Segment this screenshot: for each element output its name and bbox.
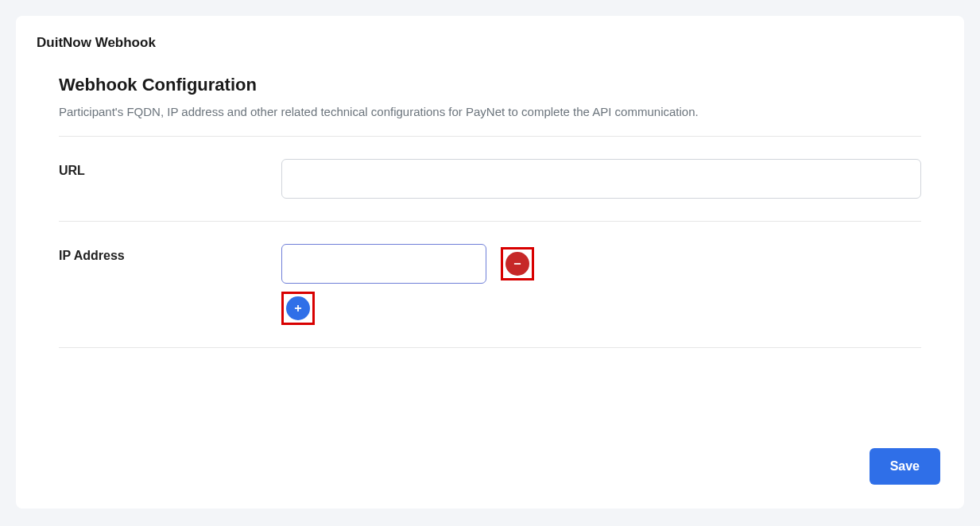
ip-label: IP Address [59, 244, 281, 263]
ip-input[interactable] [281, 244, 486, 284]
ip-input-row [281, 244, 921, 284]
remove-ip-button[interactable] [505, 252, 529, 276]
save-button[interactable]: Save [870, 448, 940, 485]
card-title: DuitNow Webhook [37, 35, 943, 51]
add-ip-row [281, 292, 921, 325]
form-row-url: URL [59, 137, 921, 221]
form-row-ip: IP Address [59, 222, 921, 347]
section-heading: Webhook Configuration [59, 75, 921, 95]
ip-field-wrapper [281, 244, 921, 325]
url-input[interactable] [281, 159, 921, 199]
card-content: Webhook Configuration Participant's FQDN… [37, 75, 943, 348]
add-ip-button[interactable] [286, 296, 310, 320]
minus-icon [512, 258, 523, 269]
remove-highlight-box [501, 247, 534, 280]
url-label: URL [59, 159, 281, 178]
url-field-wrapper [281, 159, 921, 199]
add-highlight-box [281, 292, 315, 325]
webhook-card: DuitNow Webhook Webhook Configuration Pa… [16, 16, 964, 509]
divider [59, 347, 921, 348]
section-description: Participant's FQDN, IP address and other… [59, 105, 921, 118]
plus-icon [292, 303, 304, 314]
